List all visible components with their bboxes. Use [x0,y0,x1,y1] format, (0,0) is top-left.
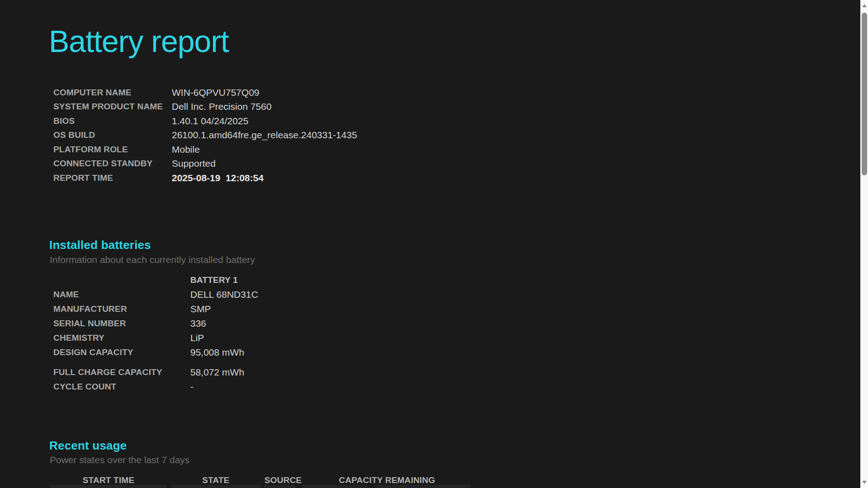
column-header-source: SOURCE [264,475,296,485]
battery-report-page: Battery report COMPUTER NAME WIN-6QPVU75… [0,0,868,488]
scroll-down-icon [862,481,867,484]
row-label: CONNECTED STANDBY [53,159,172,169]
battery-info-table: BATTERY 1 NAME DELL 68ND31C MANUFACTURER… [53,273,258,394]
scroll-up-icon [862,4,867,7]
column-header-start-time: START TIME [51,475,166,485]
system-info-row: SYSTEM PRODUCT NAME Dell Inc. Precision … [53,100,357,114]
row-value: WIN-6QPVU757Q09 [172,87,259,98]
row-group-gap [53,360,258,365]
scroll-down-button[interactable] [860,479,868,486]
system-info-table: COMPUTER NAME WIN-6QPVU757Q09 SYSTEM PRO… [53,85,357,185]
row-label: FULL CHARGE CAPACITY [53,367,190,377]
usage-table-cell [264,485,296,488]
row-value: Supported [172,158,216,169]
system-info-row: OS BUILD 26100.1.amd64fre.ge_release.240… [53,128,357,143]
battery-column-header-row: BATTERY 1 [53,273,258,287]
row-label: PLATFORM ROLE [53,145,172,155]
row-value: Mobile [172,144,200,155]
usage-table-cell [303,485,368,488]
usage-table-cell [377,485,471,488]
system-info-row: CONNECTED STANDBY Supported [53,157,357,171]
row-value: 58,072 mWh [190,367,244,378]
row-value: Dell Inc. Precision 7560 [172,101,272,112]
column-header-capacity-remaining: CAPACITY REMAINING [303,475,471,485]
scroll-up-button[interactable] [860,2,868,9]
row-label: REPORT TIME [53,173,172,183]
row-label: OS BUILD [53,130,172,140]
usage-table-cell [51,485,166,488]
row-label: CYCLE COUNT [53,382,190,392]
recent-usage-subtitle: Power states over the last 7 days [50,455,189,465]
page-title: Battery report [49,23,229,59]
row-value: 26100.1.amd64fre.ge_release.240331-1435 [172,130,357,141]
row-label: SERIAL NUMBER [53,319,190,328]
scrollbar-thumb[interactable] [862,13,867,175]
row-label: BIOS [53,116,172,126]
row-value: DELL 68ND31C [190,289,258,300]
installed-batteries-subtitle: Information about each currently install… [50,254,255,265]
system-info-row: REPORT TIME 2025-08-19 12:08:54 [53,171,357,185]
battery-info-row: FULL CHARGE CAPACITY 58,072 mWh [53,365,258,380]
row-value: 336 [190,318,206,329]
battery-info-row: CHEMISTRY LiP [53,331,258,345]
row-label: MANUFACTURER [53,304,190,314]
battery-column-header: BATTERY 1 [190,275,238,285]
row-value: SMP [190,304,211,314]
battery-info-row: DESIGN CAPACITY 95,008 mWh [53,345,258,360]
battery-info-row: SERIAL NUMBER 336 [53,316,258,331]
usage-table-cell [171,485,261,488]
vertical-scrollbar[interactable] [860,0,868,488]
row-value: 95,008 mWh [190,347,244,358]
battery-info-row: CYCLE COUNT - [53,380,258,394]
report-time-value: 2025-08-19 12:08:54 [172,173,264,183]
row-value: LiP [190,333,204,343]
row-label: CHEMISTRY [53,333,190,343]
system-info-row: PLATFORM ROLE Mobile [53,142,357,157]
battery-info-row: NAME DELL 68ND31C [53,287,258,302]
battery-info-row: MANUFACTURER SMP [53,302,258,316]
recent-usage-heading: Recent usage [49,439,127,453]
row-value: 1.40.1 04/24/2025 [172,116,248,127]
row-value: - [190,381,193,392]
system-info-row: COMPUTER NAME WIN-6QPVU757Q09 [53,85,357,100]
column-header-state: STATE [171,475,261,485]
row-label: SYSTEM PRODUCT NAME [53,102,172,112]
row-label: NAME [53,290,190,300]
row-label: COMPUTER NAME [53,88,172,98]
system-info-row: BIOS 1.40.1 04/24/2025 [53,114,357,128]
row-label: DESIGN CAPACITY [53,347,190,357]
installed-batteries-heading: Installed batteries [49,238,151,252]
